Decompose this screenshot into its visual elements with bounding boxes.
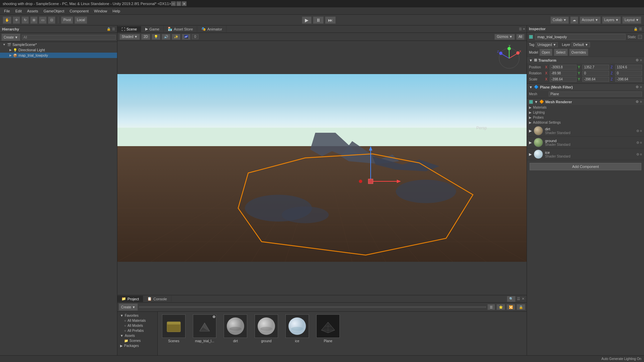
transform-header[interactable]: ▼ ⊞ Transform ⚙ ≡ [527,57,644,63]
menu-file[interactable]: File [1,8,13,14]
meshfilter-settings[interactable]: ⚙ [636,85,639,89]
asset-scenes[interactable]: Scenes [160,314,187,343]
meshfilter-header[interactable]: ▼ 🔷 Plane (Mesh Filter) ⚙ ≡ [527,83,644,90]
layout-button[interactable]: Layout ▼ [622,16,641,24]
sidebar-assets[interactable]: ▼ Assets [117,333,157,338]
layer-dropdown[interactable]: Default ▼ [572,42,590,47]
layers-button[interactable]: Layers ▼ [602,16,621,24]
cloud-button[interactable]: ☁ [570,16,578,24]
shading-dropdown[interactable]: Shaded ▼ [119,34,140,40]
gizmos-button[interactable]: Gizmos ▼ [494,34,515,40]
hierarchy-create[interactable]: Create ▼ [1,34,20,41]
tab-project[interactable]: 📁 Project [117,296,143,302]
tab-scene[interactable]: ⛶ Scene [117,26,141,32]
meshrenderer-checkbox[interactable] [529,100,533,104]
meshrenderer-settings[interactable]: ⚙ [636,100,639,104]
menu-edit[interactable]: Edit [13,8,24,14]
rotation-y[interactable] [582,71,609,76]
scene-panel-close[interactable]: ✕ [523,27,525,31]
tab-animator[interactable]: 🎭 Animator [197,26,226,32]
asset-plane[interactable]: Plane [315,314,341,343]
maximize-button[interactable]: □ [176,1,181,6]
select-button[interactable]: Select [554,49,568,56]
sidebar-scenes[interactable]: 📁 Scenes [117,338,157,343]
transform-menu[interactable]: ≡ [640,58,642,62]
project-filter4[interactable]: 🔒 [517,304,525,310]
asset-dirt[interactable]: dirt [222,314,249,343]
ice-more[interactable]: ≡ [640,153,642,156]
step-button[interactable]: ⏭ [325,16,336,24]
ground-edit[interactable]: ⚙ [636,141,639,144]
account-button[interactable]: Account ▼ [580,16,601,24]
menu-window[interactable]: Window [91,8,110,14]
scale-tool[interactable]: ⊞ [30,16,38,24]
additional-section[interactable]: ▶ Additional Settings [527,120,644,125]
hierarchy-item-maptrial[interactable]: ▶ 📦 map_trial_lowpoly [0,53,117,58]
project-search-btn[interactable]: 🔍 [507,296,516,302]
object-name-field[interactable]: map_trial_lowpoly [535,34,626,40]
hierarchy-item-samplescene[interactable]: ▼ 🎬 SampleScene* [0,42,117,47]
asset-ice[interactable]: ice [284,314,311,343]
menu-help[interactable]: Help [110,8,123,14]
position-z[interactable] [615,65,642,70]
tab-game[interactable]: ▶ Game [141,26,164,32]
all-button[interactable]: All [516,34,525,40]
fx-button[interactable]: ✨ [172,34,180,40]
lighting-section[interactable]: ▶ Lighting [527,110,644,115]
play-button[interactable]: ▶ [302,16,312,24]
sidebar-all-prefabs[interactable]: ○ All Prefabs [117,328,157,333]
hierarchy-search[interactable]: All [22,35,116,40]
materials-section[interactable]: ▶ Materials [527,105,644,110]
skybox-button[interactable]: 🌌 [182,34,191,40]
rotate-tool[interactable]: ↻ [21,16,29,24]
minimize-button[interactable]: ─ [171,1,176,6]
transform-tool[interactable]: ⊡ [48,16,55,24]
dirt-more[interactable]: ≡ [640,129,642,133]
project-create[interactable]: Create ▼ [119,303,138,311]
sidebar-all-models[interactable]: ○ All Models [117,323,157,328]
audio-button[interactable]: 🔊 [162,34,170,40]
dirt-edit[interactable]: ⚙ [636,129,639,133]
menu-assets[interactable]: Assets [24,8,41,14]
scale-z[interactable] [615,77,642,82]
probes-section[interactable]: ▶ Probes [527,115,644,120]
hierarchy-item-directionallight[interactable]: ▶ 💡 Directional Light [0,47,117,53]
asset-maptrial[interactable]: map_trial_l... [191,314,218,343]
meshrenderer-header[interactable]: ▼ 🔶 Mesh Renderer ⚙ ≡ [527,98,644,105]
scene-panel-menu[interactable]: ☰ [519,27,522,31]
tab-console[interactable]: 📋 Console [143,296,171,302]
close-button[interactable]: ✕ [182,1,186,6]
pause-button[interactable]: ⏸ [313,16,324,24]
position-x[interactable] [550,65,577,70]
material-expand[interactable]: ▶ [529,129,532,133]
scale-x[interactable] [550,77,577,82]
rotation-z[interactable] [615,71,642,76]
overrides-button[interactable]: Overrides [569,49,588,56]
move-tool[interactable]: ✛ [13,16,20,24]
rotation-x[interactable] [550,71,577,76]
2d-button[interactable]: 2D [141,34,150,40]
lighting-button[interactable]: 💡 [152,34,160,40]
material-expand[interactable]: ▶ [529,152,532,157]
menu-gameobject[interactable]: GameObject [41,8,67,14]
asset-ground[interactable]: ground [253,314,280,343]
meshfilter-menu[interactable]: ≡ [640,85,642,89]
sidebar-favorites[interactable]: ▼ Favorites [117,313,157,318]
local-button[interactable]: Local [74,16,87,24]
tag-dropdown[interactable]: Untagged ▼ [536,42,558,47]
hand-tool[interactable]: ✋ [3,16,11,24]
scene-viewport[interactable]: Persp X Y [117,41,527,295]
static-checkbox[interactable] [638,35,642,39]
project-filter1[interactable]: ☰ [487,304,495,310]
open-button[interactable]: Open [539,49,552,56]
project-filter2[interactable]: ⭐ [496,304,505,310]
ice-edit[interactable]: ⚙ [636,153,639,156]
sidebar-all-materials[interactable]: ○ All Materials [117,318,157,323]
pivot-button[interactable]: Pivot [61,16,73,24]
object-active-checkbox[interactable] [529,35,533,39]
project-panel-menu[interactable]: ☰ [517,297,520,301]
add-component-button[interactable]: Add Component [530,163,641,170]
meshrenderer-menu[interactable]: ≡ [640,100,642,104]
scale-y[interactable] [582,77,609,82]
mesh-value[interactable]: Plane [549,92,642,97]
